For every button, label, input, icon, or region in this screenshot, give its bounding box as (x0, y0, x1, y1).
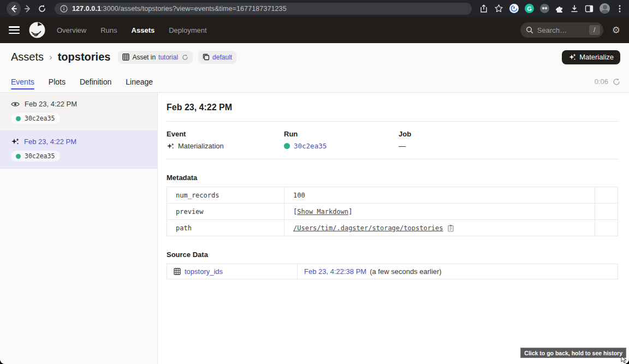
breadcrumb-assets-link[interactable]: Assets (11, 51, 44, 63)
source-time-cell: Feb 23, 4:22:38 PM(a few seconds earlier… (298, 264, 618, 279)
materialize-button[interactable]: Materialize (562, 50, 620, 64)
search-icon (526, 26, 533, 34)
metadata-spacer-cell (595, 187, 618, 204)
copy-layers-icon (203, 53, 210, 61)
run-id: 30c2ea35 (25, 152, 55, 160)
metadata-value-cell: /Users/tim/.dagster/storage/topstories (284, 220, 595, 236)
profile-avatar[interactable] (600, 3, 610, 14)
event-time: Feb 23, 4:22 PM (25, 100, 77, 108)
share-icon[interactable] (479, 4, 488, 13)
source-asset-link[interactable]: topstory_ids (185, 267, 223, 276)
nav-links: Overview Runs Assets Deployment (57, 26, 207, 34)
metadata-spacer-cell (595, 204, 618, 220)
asset-table-icon (122, 53, 129, 61)
browser-reload-button[interactable] (35, 2, 49, 16)
job-column-label: Job (399, 130, 618, 138)
source-asset-cell: topstory_ids (167, 264, 298, 279)
tab-definition[interactable]: Definition (80, 71, 111, 92)
metadata-key-cell: path (167, 220, 284, 236)
eye-icon (11, 101, 20, 108)
table-row: preview [Show Markdown] (167, 204, 618, 220)
reload-icon (38, 4, 46, 13)
metadata-section-title: Metadata (167, 174, 618, 182)
repo-badge[interactable]: default (198, 51, 236, 64)
breadcrumb-separator: › (49, 52, 52, 63)
hamburger-menu-icon[interactable] (9, 26, 20, 34)
nav-item-overview[interactable]: Overview (57, 26, 86, 34)
nav-item-assets[interactable]: Assets (132, 26, 155, 34)
event-summary-columns: Event Materialization Run 30c2ea35 (167, 130, 618, 150)
materialize-label: Materialize (579, 53, 614, 61)
side-panel-icon[interactable] (585, 4, 594, 13)
url-path: :3000/assets/topstories?view=events&time… (101, 5, 287, 13)
badge-reload-icon[interactable] (182, 54, 188, 61)
nav-right: / ⚙ (520, 22, 620, 38)
back-arrow-icon (9, 4, 18, 13)
repo-badge-label: default (212, 53, 232, 61)
event-time: Feb 23, 4:22 PM (24, 138, 76, 146)
downloads-icon[interactable] (570, 4, 579, 13)
run-status-dot (16, 116, 21, 121)
metadata-key-cell: preview (167, 204, 284, 220)
run-status-dot (16, 154, 21, 159)
app-navbar: Overview Runs Assets Deployment / ⚙ (0, 17, 629, 43)
back-button-tooltip: Click to go back, hold to see history (520, 348, 626, 358)
source-data-table: topstory_ids Feb 23, 4:22:38 PM(a few se… (167, 264, 618, 279)
divider (167, 121, 618, 122)
source-timestamp-link[interactable]: Feb 23, 4:22:38 PM (304, 267, 366, 276)
search-shortcut-key: / (589, 25, 600, 35)
run-id-pill[interactable]: 30c2ea35 (11, 113, 60, 124)
table-row: topstory_ids Feb 23, 4:22:38 PM(a few se… (167, 264, 618, 279)
browser-forward-button[interactable] (21, 2, 35, 16)
grammarly-extension-icon[interactable]: G (525, 4, 534, 13)
asset-header: Assets › topstories Asset in tutorial de… (0, 43, 629, 71)
table-row: num_records 100 (167, 187, 618, 204)
job-value: — (399, 142, 406, 150)
search-input[interactable] (537, 26, 589, 34)
breadcrumb: Assets › topstories (11, 51, 110, 63)
show-markdown-link[interactable]: Show Markdown (297, 208, 348, 216)
forward-arrow-icon (23, 4, 32, 13)
bookmark-star-icon[interactable] (494, 4, 503, 13)
badge-prefix-text: Asset in (132, 53, 156, 61)
address-bar[interactable]: 127.0.0.1:3000/assets/topstories?view=ev… (55, 3, 472, 15)
url-text: 127.0.0.1:3000/assets/topstories?view=ev… (72, 5, 287, 13)
tab-lineage[interactable]: Lineage (126, 71, 153, 92)
event-column: Event Materialization (167, 130, 284, 150)
event-detail-panel: Feb 23, 4:22 PM Event Materialization Ru… (158, 93, 629, 364)
asset-name: topstories (58, 51, 111, 63)
metadata-value-cell: 100 (284, 187, 595, 204)
run-id-link[interactable]: 30c2ea35 (294, 142, 327, 150)
url-host: 127.0.0.1 (72, 5, 101, 13)
refresh-icon[interactable] (613, 78, 620, 86)
tab-events[interactable]: Events (11, 71, 34, 92)
gear-icon[interactable]: ⚙ (612, 26, 620, 35)
run-id-pill[interactable]: 30c2ea35 (11, 151, 60, 162)
nav-item-deployment[interactable]: Deployment (169, 26, 206, 34)
events-sidebar: Feb 23, 4:22 PM 30c2ea35 Feb 23, 4:22 PM… (0, 93, 158, 364)
global-search[interactable]: / (520, 22, 603, 38)
run-column: Run 30c2ea35 (284, 130, 399, 150)
badge-tutorial-link[interactable]: tutorial (158, 53, 178, 61)
goggles-extension-icon[interactable] (540, 4, 549, 13)
table-row: path /Users/tim/.dagster/storage/topstor… (167, 220, 618, 236)
browser-menu-icon[interactable] (616, 4, 624, 13)
browser-back-button[interactable] (7, 2, 21, 16)
run-id: 30c2ea35 (25, 115, 55, 122)
tab-plots[interactable]: Plots (49, 71, 66, 92)
event-list-item-observation[interactable]: Feb 23, 4:22 PM 30c2ea35 (0, 93, 157, 130)
run-column-label: Run (284, 130, 399, 138)
browser-actions: G (479, 3, 625, 14)
asset-table-icon (174, 268, 181, 275)
path-link[interactable]: /Users/tim/.dagster/storage/topstories (293, 224, 443, 232)
site-info-icon[interactable] (60, 5, 68, 13)
nav-item-runs[interactable]: Runs (100, 26, 117, 34)
dagster-logo[interactable] (28, 21, 46, 39)
extensions-puzzle-icon[interactable] (555, 4, 564, 13)
metadata-value-cell: [Show Markdown] (284, 204, 595, 220)
clipboard-copy-icon[interactable] (447, 224, 454, 232)
clock-extension-icon[interactable] (509, 4, 519, 13)
metadata-table: num_records 100 preview [Show Markdown] … (167, 187, 618, 236)
asset-group-badge[interactable]: Asset in tutorial (118, 51, 193, 64)
event-list-item-materialization[interactable]: Feb 23, 4:22 PM 30c2ea35 (0, 130, 157, 169)
